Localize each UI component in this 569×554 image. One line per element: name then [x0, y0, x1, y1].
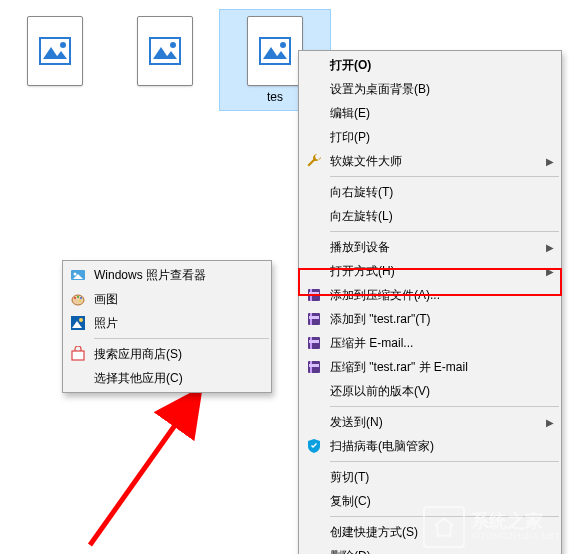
photoviewer-icon: [66, 263, 90, 287]
menu-item-label: 播放到设备: [326, 239, 542, 256]
wrench-icon: [302, 149, 326, 173]
paint-icon: [66, 287, 90, 311]
svg-point-34: [79, 300, 81, 302]
blank-icon: [66, 366, 90, 390]
menu-item[interactable]: 播放到设备▶: [300, 235, 560, 259]
blank-icon: [302, 53, 326, 77]
menu-item[interactable]: 打印(P): [300, 125, 560, 149]
blank-icon: [302, 125, 326, 149]
file-label: tes: [267, 90, 283, 104]
menu-item-label: 选择其他应用(C): [90, 370, 264, 387]
menu-item-label: 剪切(T): [326, 469, 554, 486]
svg-rect-38: [72, 351, 84, 360]
blank-icon: [302, 544, 326, 554]
menu-item[interactable]: 添加到压缩文件(A)...: [300, 283, 560, 307]
blank-icon: [302, 204, 326, 228]
svg-rect-17: [309, 292, 319, 295]
chevron-right-icon: ▶: [542, 417, 554, 428]
menu-item-label: 删除(D): [326, 548, 554, 555]
menu-item[interactable]: 软媒文件大师▶: [300, 149, 560, 173]
menu-item[interactable]: 选择其他应用(C): [64, 366, 270, 390]
chevron-right-icon: ▶: [542, 266, 554, 277]
menu-item[interactable]: 画图: [64, 287, 270, 311]
menu-item[interactable]: 发送到(N)▶: [300, 410, 560, 434]
shield-icon: [302, 434, 326, 458]
blank-icon: [302, 379, 326, 403]
blank-icon: [302, 465, 326, 489]
menu-item[interactable]: 向右旋转(T): [300, 180, 560, 204]
rar-icon: [302, 307, 326, 331]
menu-item[interactable]: 扫描病毒(电脑管家): [300, 434, 560, 458]
menu-item[interactable]: 还原以前的版本(V): [300, 379, 560, 403]
menu-item[interactable]: 添加到 "test.rar"(T): [300, 307, 560, 331]
chevron-right-icon: ▶: [542, 156, 554, 167]
image-file-icon: [137, 16, 193, 86]
chevron-right-icon: ▶: [542, 242, 554, 253]
menu-item[interactable]: 复制(C): [300, 489, 560, 513]
menu-item-label: 画图: [90, 291, 264, 308]
menu-item-label: 打开(O): [326, 57, 554, 74]
menu-item-label: Windows 照片查看器: [90, 267, 264, 284]
menu-item-label: 添加到压缩文件(A)...: [326, 287, 554, 304]
rar-icon: [302, 283, 326, 307]
menu-item-label: 压缩并 E-mail...: [326, 335, 554, 352]
image-file-icon: [247, 16, 303, 86]
menu-separator: [330, 176, 559, 177]
blank-icon: [302, 180, 326, 204]
blank-icon: [302, 489, 326, 513]
svg-point-37: [79, 318, 83, 322]
svg-rect-23: [309, 340, 319, 343]
menu-item[interactable]: 剪切(T): [300, 465, 560, 489]
menu-item[interactable]: Windows 照片查看器: [64, 263, 270, 287]
menu-item-label: 添加到 "test.rar"(T): [326, 311, 554, 328]
desktop-icons: tes: [0, 10, 330, 110]
svg-point-9: [170, 42, 176, 48]
menu-item-label: 打开方式(H): [326, 263, 542, 280]
svg-point-28: [74, 273, 77, 276]
menu-item[interactable]: 删除(D): [300, 544, 560, 554]
menu-item-label: 扫描病毒(电脑管家): [326, 438, 554, 455]
menu-separator: [330, 231, 559, 232]
blank-icon: [302, 77, 326, 101]
svg-point-4: [60, 42, 66, 48]
menu-item-label: 向右旋转(T): [326, 184, 554, 201]
menu-item[interactable]: 压缩到 "test.rar" 并 E-mail: [300, 355, 560, 379]
svg-rect-1: [41, 39, 69, 63]
menu-separator: [330, 406, 559, 407]
store-icon: [66, 342, 90, 366]
menu-item-label: 还原以前的版本(V): [326, 383, 554, 400]
menu-item[interactable]: 向左旋转(L): [300, 204, 560, 228]
menu-separator: [330, 516, 559, 517]
menu-item-label: 复制(C): [326, 493, 554, 510]
menu-item[interactable]: 编辑(E): [300, 101, 560, 125]
svg-rect-20: [309, 316, 319, 319]
photos-icon: [66, 311, 90, 335]
svg-rect-26: [309, 364, 319, 367]
menu-item[interactable]: 创建快捷方式(S): [300, 520, 560, 544]
menu-item-label: 软媒文件大师: [326, 153, 542, 170]
svg-point-33: [80, 297, 82, 299]
svg-point-31: [74, 297, 76, 299]
rar-icon: [302, 331, 326, 355]
menu-item-label: 发送到(N): [326, 414, 542, 431]
blank-icon: [302, 520, 326, 544]
open-with-submenu: Windows 照片查看器画图照片搜索应用商店(S)选择其他应用(C): [62, 260, 272, 393]
menu-item-label: 照片: [90, 315, 264, 332]
menu-item-label: 创建快捷方式(S): [326, 524, 554, 541]
menu-item-label: 设置为桌面背景(B): [326, 81, 554, 98]
svg-point-32: [77, 296, 79, 298]
svg-point-14: [280, 42, 286, 48]
menu-item-label: 向左旋转(L): [326, 208, 554, 225]
menu-item[interactable]: 压缩并 E-mail...: [300, 331, 560, 355]
menu-item[interactable]: 照片: [64, 311, 270, 335]
blank-icon: [302, 101, 326, 125]
blank-icon: [302, 235, 326, 259]
image-file-icon: [27, 16, 83, 86]
menu-item[interactable]: 打开(O): [300, 53, 560, 77]
menu-item[interactable]: 打开方式(H)▶: [300, 259, 560, 283]
file-icon[interactable]: [110, 10, 220, 110]
menu-item[interactable]: 搜索应用商店(S): [64, 342, 270, 366]
menu-item[interactable]: 设置为桌面背景(B): [300, 77, 560, 101]
file-icon[interactable]: [0, 10, 110, 110]
menu-separator: [330, 461, 559, 462]
